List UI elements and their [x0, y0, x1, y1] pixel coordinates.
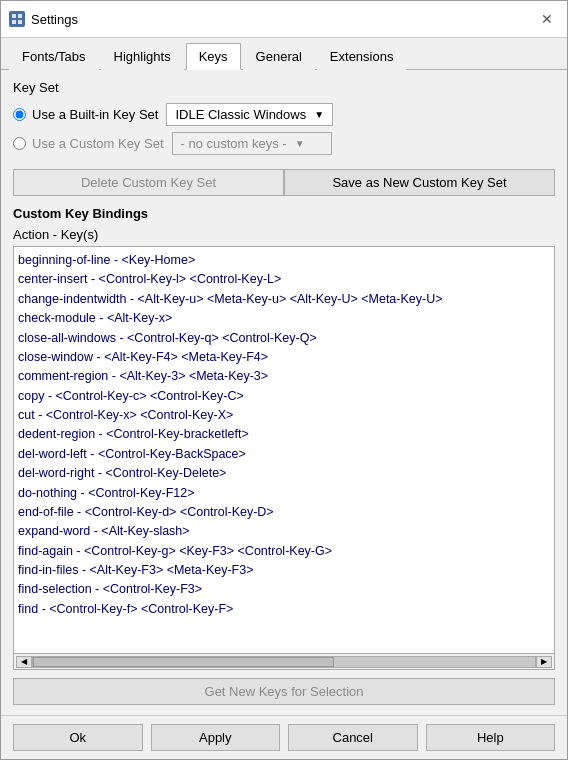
tab-content: Key Set Use a Built-in Key Set IDLE Clas…	[1, 70, 567, 715]
custom-radio-row: Use a Custom Key Set - no custom keys - …	[13, 132, 555, 155]
list-item: del-word-left - <Control-Key-BackSpace>	[18, 445, 550, 464]
list-item: do-nothing - <Control-Key-F12>	[18, 484, 550, 503]
svg-rect-0	[12, 14, 16, 18]
list-item: find-selection - <Control-Key-F3>	[18, 580, 550, 599]
builtin-radio-label: Use a Built-in Key Set	[32, 107, 158, 122]
list-item: expand-word - <Alt-Key-slash>	[18, 522, 550, 541]
ok-button[interactable]: Ok	[13, 724, 143, 751]
custom-dropdown-arrow: ▼	[295, 138, 305, 149]
horizontal-scrollbar[interactable]: ◀ ▶	[14, 653, 554, 669]
help-button[interactable]: Help	[426, 724, 556, 751]
builtin-radio-row: Use a Built-in Key Set IDLE Classic Wind…	[13, 103, 555, 126]
list-item: find-in-files - <Alt-Key-F3> <Meta-Key-F…	[18, 561, 550, 580]
builtin-dropdown-value: IDLE Classic Windows	[175, 107, 306, 122]
tab-extensions[interactable]: Extensions	[317, 43, 407, 70]
svg-rect-1	[18, 14, 22, 18]
save-new-custom-keyset-button[interactable]: Save as New Custom Key Set	[284, 169, 555, 196]
close-button[interactable]: ✕	[535, 7, 559, 31]
bottom-button-row: Ok Apply Cancel Help	[1, 715, 567, 759]
list-item: close-all-windows - <Control-Key-q> <Con…	[18, 329, 550, 348]
get-new-keys-button[interactable]: Get New Keys for Selection	[13, 678, 555, 705]
window-icon	[9, 11, 25, 27]
title-bar: Settings ✕	[1, 1, 567, 38]
list-item: comment-region - <Alt-Key-3> <Meta-Key-3…	[18, 367, 550, 386]
list-item: find - <Control-Key-f> <Control-Key-F>	[18, 600, 550, 619]
scroll-h-thumb[interactable]	[33, 657, 334, 667]
list-item: change-indentwidth - <Alt-Key-u> <Meta-K…	[18, 290, 550, 309]
builtin-radio[interactable]	[13, 108, 26, 121]
list-item: copy - <Control-Key-c> <Control-Key-C>	[18, 387, 550, 406]
keyset-label: Key Set	[13, 80, 555, 95]
apply-button[interactable]: Apply	[151, 724, 281, 751]
builtin-dropdown-arrow: ▼	[314, 109, 324, 120]
custom-radio-label: Use a Custom Key Set	[32, 136, 164, 151]
delete-custom-keyset-button[interactable]: Delete Custom Key Set	[13, 169, 284, 196]
scroll-h-track[interactable]	[32, 656, 536, 668]
scroll-left-arrow[interactable]: ◀	[16, 656, 32, 668]
action-button-row: Delete Custom Key Set Save as New Custom…	[13, 169, 555, 196]
list-item: dedent-region - <Control-Key-bracketleft…	[18, 425, 550, 444]
custom-dropdown-value: - no custom keys -	[181, 136, 287, 151]
svg-rect-2	[12, 20, 16, 24]
list-item: close-window - <Alt-Key-F4> <Meta-Key-F4…	[18, 348, 550, 367]
bindings-list[interactable]: beginning-of-line - <Key-Home>center-ins…	[14, 247, 554, 653]
settings-window: Settings ✕ Fonts/Tabs Highlights Keys Ge…	[0, 0, 568, 760]
scroll-right-arrow[interactable]: ▶	[536, 656, 552, 668]
tab-keys[interactable]: Keys	[186, 43, 241, 70]
bindings-container: beginning-of-line - <Key-Home>center-ins…	[13, 246, 555, 670]
list-item: find-again - <Control-Key-g> <Key-F3> <C…	[18, 542, 550, 561]
builtin-dropdown[interactable]: IDLE Classic Windows ▼	[166, 103, 333, 126]
custom-dropdown: - no custom keys - ▼	[172, 132, 332, 155]
custom-radio[interactable]	[13, 137, 26, 150]
list-item: cut - <Control-Key-x> <Control-Key-X>	[18, 406, 550, 425]
list-item: center-insert - <Control-Key-l> <Control…	[18, 270, 550, 289]
list-item: beginning-of-line - <Key-Home>	[18, 249, 550, 270]
list-item: check-module - <Alt-Key-x>	[18, 309, 550, 328]
tab-general[interactable]: General	[243, 43, 315, 70]
tab-fonts-tabs[interactable]: Fonts/Tabs	[9, 43, 99, 70]
action-header: Action - Key(s)	[13, 227, 555, 242]
svg-rect-3	[18, 20, 22, 24]
window-title: Settings	[31, 12, 535, 27]
custom-bindings-label: Custom Key Bindings	[13, 206, 555, 221]
cancel-button[interactable]: Cancel	[288, 724, 418, 751]
list-item: del-word-right - <Control-Key-Delete>	[18, 464, 550, 483]
list-item: end-of-file - <Control-Key-d> <Control-K…	[18, 503, 550, 522]
tab-bar: Fonts/Tabs Highlights Keys General Exten…	[1, 38, 567, 70]
tab-highlights[interactable]: Highlights	[101, 43, 184, 70]
